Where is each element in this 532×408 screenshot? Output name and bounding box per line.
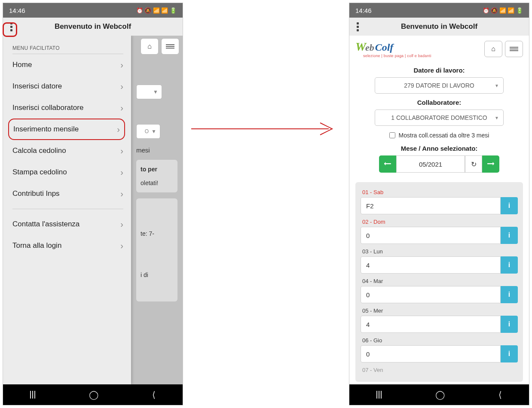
day-label: 02 - Dom: [361, 219, 518, 227]
status-icons: ⏰ 🔕 📶 📶 🔋: [483, 7, 523, 14]
chevron-right-icon: ›: [120, 146, 123, 156]
phone-screen-menu: 14:46 ⏰ 🔕 📶 📶 🔋 Benvenuto in Webcolf ⌂ ▼…: [3, 3, 183, 405]
show-ceased-checkbox[interactable]: [389, 132, 395, 138]
kebab-menu-button[interactable]: [7, 21, 15, 32]
info-icon[interactable]: i: [501, 256, 518, 274]
kebab-menu-button[interactable]: [354, 21, 361, 32]
day-input[interactable]: F2: [361, 197, 501, 214]
app-header: Benvenuto in Webcolf: [349, 18, 529, 36]
chevron-right-icon: ›: [120, 219, 123, 229]
menu-item-home[interactable]: Home›: [12, 54, 123, 76]
status-time: 14:46: [355, 7, 372, 14]
month-label: Mese / Anno selezionato:: [359, 145, 520, 152]
month-next-button[interactable]: 🠖: [482, 155, 499, 173]
status-bar: 14:46 ⏰ 🔕 📶 📶 🔋: [3, 3, 183, 18]
chevron-right-icon: ›: [120, 82, 123, 91]
phone-screen-inserimento: 14:46 ⏰ 🔕 📶 📶 🔋 Benvenuto in Webcolf W e…: [349, 3, 529, 405]
status-icons: ⏰ 🔕 📶 📶 🔋: [136, 7, 177, 14]
month-input[interactable]: 05/2021: [396, 155, 465, 173]
day-label: 04 - Mar: [361, 278, 518, 286]
menu-item-contatta-assistenza[interactable]: Contatta l'assistenza›: [12, 213, 123, 235]
chevron-right-icon: ›: [120, 167, 123, 177]
menu-section-label: MENU FACILITATO: [12, 40, 123, 54]
logo: W eb Colf selezione | buste paga | colf …: [355, 40, 431, 58]
app-header: Benvenuto in Webcolf: [3, 18, 183, 36]
info-icon[interactable]: i: [501, 286, 518, 303]
background-text-mesi: mesi: [136, 146, 177, 154]
app-title: Benvenuto in Webcolf: [366, 22, 525, 31]
menu-item-calcola-cedolino[interactable]: Calcola cedolino›: [12, 140, 123, 161]
home-button[interactable]: ⌂: [141, 38, 159, 55]
collaborator-select[interactable]: 1 COLLABORATORE DOMESTICO: [375, 110, 504, 126]
info-icon[interactable]: i: [501, 197, 518, 214]
app-title: Benvenuto in Webcolf: [19, 22, 178, 31]
chevron-right-icon: ›: [120, 189, 123, 199]
background-panel-2: te: 7- i di: [136, 198, 177, 301]
chevron-right-icon: ›: [120, 103, 123, 113]
info-icon[interactable]: i: [501, 345, 518, 362]
employer-label: Datore di lavoro:: [359, 67, 520, 74]
employer-select[interactable]: 279 DATORE DI LAVORO: [375, 77, 504, 94]
menu-item-stampa-cedolino[interactable]: Stampa cedolino›: [12, 161, 123, 183]
day-label: 03 - Lun: [361, 248, 518, 256]
month-refresh-button[interactable]: ↻: [465, 155, 482, 173]
status-time: 14:46: [9, 7, 25, 14]
day-input[interactable]: 4: [361, 256, 501, 274]
sidebar-menu: MENU FACILITATO Home› Inserisci datore› …: [3, 36, 131, 384]
day-input[interactable]: 0: [361, 345, 501, 362]
info-icon[interactable]: i: [501, 227, 518, 244]
chevron-right-icon: ›: [120, 60, 123, 70]
day-label: 07 - Ven: [361, 367, 518, 375]
hamburger-button[interactable]: [161, 38, 179, 55]
day-input[interactable]: 4: [361, 316, 501, 333]
menu-divider: [12, 209, 123, 209]
menu-item-contributi-inps[interactable]: Contributi Inps›: [12, 183, 123, 204]
background-content: ⌂ ▼ O▼ mesi to per oletati! te: 7- i di: [131, 36, 183, 384]
nav-recent-button[interactable]: [376, 391, 382, 399]
show-ceased-label: Mostra coll.cessati da oltre 3 mesi: [399, 132, 489, 139]
day-label: 06 - Gio: [361, 337, 518, 345]
day-list: 01 - Sab F2 i 02 - Dom 0 i 03 - Lun 4 i: [355, 182, 523, 382]
month-prev-button[interactable]: 🠔: [379, 155, 396, 173]
background-panel-1: to per oletati!: [136, 160, 177, 192]
chevron-right-icon: ›: [117, 125, 120, 134]
nav-back-button[interactable]: ⟨: [152, 390, 156, 400]
menu-item-inserisci-collaboratore[interactable]: Inserisci collaboratore›: [12, 97, 123, 119]
collaborator-label: Collaboratore:: [359, 99, 520, 106]
android-nav-bar: ◯ ⟨: [3, 384, 183, 405]
hamburger-button[interactable]: [505, 41, 523, 57]
info-icon[interactable]: i: [501, 316, 518, 333]
nav-home-button[interactable]: ◯: [89, 390, 98, 400]
select-stub-1[interactable]: ▼: [136, 85, 162, 99]
android-nav-bar: ◯ ⟨: [349, 384, 529, 405]
status-bar: 14:46 ⏰ 🔕 📶 📶 🔋: [349, 3, 529, 18]
select-stub-2[interactable]: O▼: [136, 124, 160, 139]
nav-home-button[interactable]: ◯: [435, 390, 445, 400]
logo-subtitle: selezione | buste paga | colf e badanti: [355, 54, 431, 58]
chevron-right-icon: ›: [120, 241, 123, 251]
day-label: 01 - Sab: [361, 189, 518, 197]
day-input[interactable]: 0: [361, 286, 501, 303]
menu-item-inserimento-mensile[interactable]: Inserimento mensile›: [8, 119, 125, 140]
day-input[interactable]: 0: [361, 227, 501, 244]
nav-back-button[interactable]: ⟨: [498, 390, 502, 400]
day-label: 05 - Mer: [361, 308, 518, 316]
menu-item-torna-login[interactable]: Torna alla login›: [12, 235, 123, 256]
home-button[interactable]: ⌂: [484, 41, 502, 57]
menu-item-inserisci-datore[interactable]: Inserisci datore›: [12, 76, 123, 97]
flow-arrow: [191, 120, 337, 137]
nav-recent-button[interactable]: [30, 391, 35, 399]
